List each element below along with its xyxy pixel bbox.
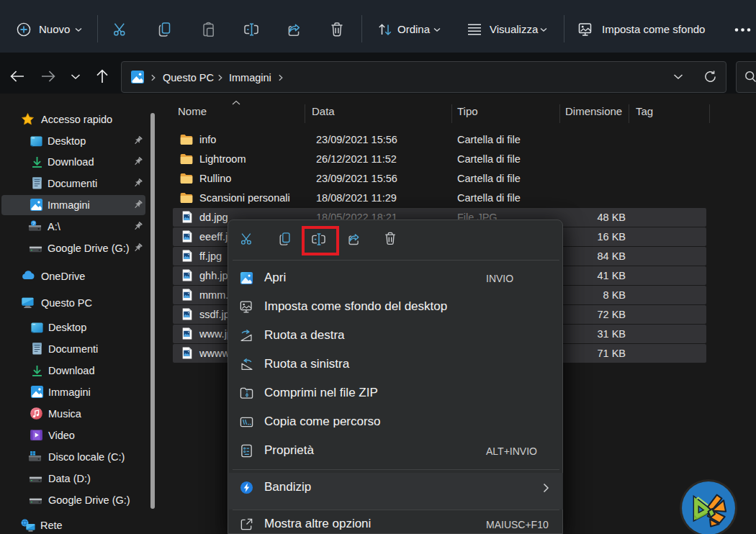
svg-text:?: ?: [32, 221, 35, 226]
